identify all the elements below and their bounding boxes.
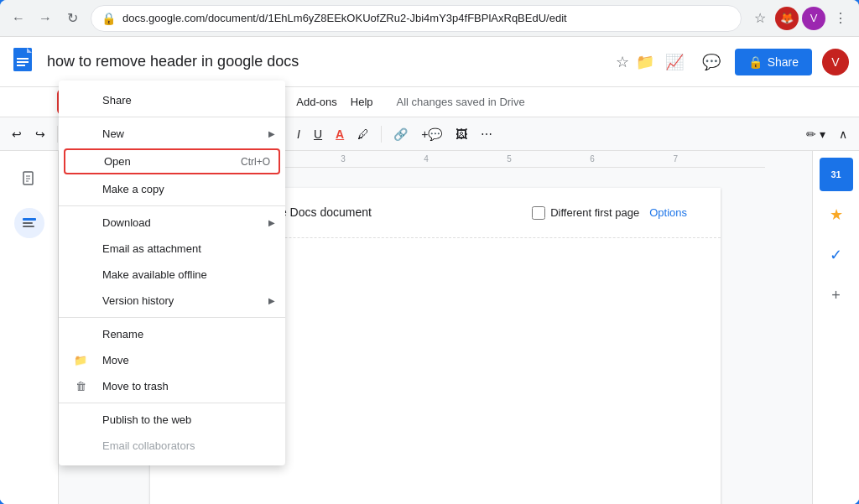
notes-button[interactable]: ★ [820,198,853,231]
link-button[interactable]: 🔗 [388,124,413,144]
share-button[interactable]: 🔒 Share [735,49,812,75]
redo-button[interactable]: ↪ [30,124,50,144]
document-wrapper: er of this Google Docs document Differen… [150,188,721,484]
menu-item-addons[interactable]: Add-ons [289,92,343,112]
edit-mode-button[interactable]: ✏ ▾ [801,124,830,144]
app-container: how to remove header in google docs ☆ 📁 … [0,37,859,504]
font-dropdown-icon: ▾ [191,127,197,140]
header-text: er of this Google Docs document [200,205,372,219]
address-bar[interactable]: 🔒 docs.google.com/document/d/1EhLm6yZ8EE… [91,5,742,32]
svg-rect-3 [17,58,29,60]
bold-button[interactable]: B [270,124,289,144]
font-size-label: 11 [226,127,238,140]
comment-button[interactable]: 💬 [698,49,725,75]
browser-toolbar: ← → ↻ 🔒 docs.google.com/document/d/1EhLm… [0,0,859,37]
style-label: Normal text [72,127,128,140]
lock-icon: 🔒 [102,12,116,25]
browser-window: ← → ↻ 🔒 docs.google.com/document/d/1EhLm… [0,0,859,504]
forward-button[interactable]: → [34,7,57,30]
tasks-button[interactable]: ✓ [820,238,853,272]
menu-item-insert[interactable]: Insert [162,92,203,112]
diff-first-page-label: Different first page [550,206,639,219]
sidebar-icon-outline[interactable] [14,208,44,238]
undo-button[interactable]: ↩ [7,124,27,144]
right-panel: 31 ★ ✓ + [812,151,859,504]
comment-toolbar-button[interactable]: +💬 [416,124,447,144]
main-area: 1 2 3 4 5 6 7 er of this Google Docs doc… [0,151,859,504]
menu-item-view[interactable]: View [125,92,162,112]
toolbar: ↩ ↪ Normal text ▾ Arial ▾ 11 ▾ B I U A 🖊 [0,117,859,151]
collapse-toolbar-button[interactable]: ∧ [834,124,852,144]
svg-rect-5 [17,65,25,66]
options-link[interactable]: Options [649,206,687,219]
diff-first-page-checkbox[interactable] [532,206,545,220]
italic-button[interactable]: I [292,124,305,144]
font-color-button[interactable]: A [331,124,349,144]
more-toolbar-button[interactable]: ⋯ [476,124,497,144]
svg-rect-10 [23,218,36,221]
back-button[interactable]: ← [7,7,30,30]
svg-rect-12 [23,226,34,227]
menu-item-format[interactable]: Format [203,92,251,112]
font-label: Arial [166,127,188,140]
more-button[interactable]: ⋮ [829,7,852,30]
diff-first-page: Different first page [532,206,639,220]
svg-rect-4 [17,61,29,63]
share-lock-icon: 🔒 [748,55,763,69]
bookmark-button[interactable]: ☆ [748,7,772,30]
toolbar-divider-3 [211,126,212,143]
underline-button[interactable]: U [309,124,327,144]
font-size-select[interactable]: 11 ▾ [219,125,255,143]
trend-button[interactable]: 📈 [661,49,688,75]
sidebar-icon-pages[interactable] [14,164,44,195]
header-area[interactable]: er of this Google Docs document Differen… [150,188,721,238]
folder-button[interactable]: 📁 [636,53,654,71]
document-page: er of this Google Docs document Differen… [150,188,721,504]
highlight-button[interactable]: 🖊 [352,124,374,144]
docs-logo [10,47,40,77]
menu-item-file[interactable]: File [59,91,93,113]
style-select[interactable]: Normal text ▾ [65,125,144,143]
menu-item-help[interactable]: Help [344,92,380,112]
profile-icon-2[interactable]: V [802,7,825,30]
header-options: Different first page Options [532,206,687,220]
title-actions: ☆ 📁 [616,53,654,71]
font-select[interactable]: Arial ▾ [159,125,205,143]
menu-item-tools[interactable]: Tools [251,92,289,112]
toolbar-divider-1 [57,126,58,143]
profile-icon[interactable]: 🦊 [775,7,799,30]
svg-rect-11 [23,222,33,224]
browser-actions: ☆ 🦊 V ⋮ [748,7,852,30]
autosave-status: All changes saved in Drive [397,96,525,108]
menu-item-edit[interactable]: Edit [93,92,125,112]
calendar-label: 31 [830,169,841,179]
toolbar-divider-4 [263,126,263,143]
style-dropdown-icon: ▾ [131,127,137,140]
star-button[interactable]: ☆ [616,53,629,71]
toolbar-divider-2 [151,126,152,143]
nav-buttons: ← → ↻ [7,7,84,30]
avatar[interactable]: V [822,49,849,75]
ruler: 1 2 3 4 5 6 7 [117,151,765,168]
header-right: 📈 💬 🔒 Share V [661,49,849,75]
url-text: docs.google.com/document/d/1EhLm6yZ8EEkO… [122,12,731,24]
doc-title[interactable]: how to remove header in google docs [47,53,609,70]
toolbar-divider-5 [381,126,382,143]
calendar-button[interactable]: 31 [820,158,853,191]
document-area: 1 2 3 4 5 6 7 er of this Google Docs doc… [59,151,812,504]
toolbar-right: ✏ ▾ ∧ [801,124,852,144]
tasks-icon: ✓ [830,246,842,264]
image-button[interactable]: 🖼 [450,124,472,144]
app-header: how to remove header in google docs ☆ 📁 … [0,37,859,87]
add-icon: + [831,287,841,304]
refresh-button[interactable]: ↻ [60,7,84,30]
doc-body[interactable] [150,238,721,305]
font-size-dropdown-icon: ▾ [242,127,248,140]
left-sidebar [0,151,59,504]
share-label: Share [768,55,799,69]
menu-bar: File Edit View Insert Format Tools Add-o… [0,87,859,117]
add-plugin-button[interactable]: + [820,278,853,312]
notes-icon: ★ [830,205,843,224]
